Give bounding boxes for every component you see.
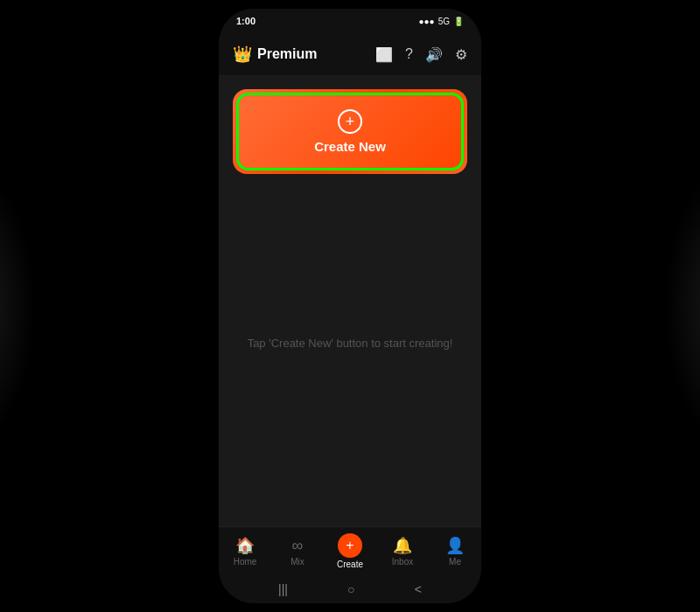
nav-item-inbox[interactable]: 🔔 Inbox [376, 536, 429, 567]
nav-item-mix[interactable]: ∞ Mix [271, 537, 324, 567]
create-nav-icon: + [338, 533, 362, 558]
nav-label-inbox: Inbox [392, 557, 413, 567]
phone-frame: 1:00 ●●● 5G 🔋 👑 Premium ⬜ ? 🔊 ⚙ + [219, 9, 481, 603]
help-icon[interactable]: ? [405, 46, 413, 62]
main-content: + Create New Tap 'Create New' button to … [219, 75, 481, 526]
android-menu-btn[interactable]: ||| [278, 582, 288, 596]
android-back-btn[interactable]: < [415, 582, 422, 596]
nav-label-me: Me [449, 557, 461, 567]
create-new-button[interactable]: + Create New [239, 95, 461, 168]
status-bar: 1:00 ●●● 5G 🔋 [219, 9, 481, 33]
empty-state-text: Tap 'Create New' button to start creatin… [248, 337, 453, 350]
settings-icon[interactable]: ⚙ [455, 46, 467, 63]
nav-item-home[interactable]: 🏠 Home [219, 536, 271, 567]
crown-icon: 👑 [233, 45, 252, 64]
status-time: 1:00 [236, 16, 256, 26]
create-btn-highlight: + Create New [236, 93, 464, 170]
me-icon: 👤 [445, 536, 465, 555]
create-btn-label: Create New [314, 139, 386, 154]
status-network: 5G [438, 17, 450, 26]
status-battery: 🔋 [453, 17, 464, 26]
plus-circle-icon: + [338, 109, 362, 134]
nav-label-mix: Mix [290, 557, 304, 567]
bottom-nav: 🏠 Home ∞ Mix + Create 🔔 Inbox 👤 Me [219, 526, 481, 575]
status-right: ●●● 5G 🔋 [419, 17, 464, 26]
app-header: 👑 Premium ⬜ ? 🔊 ⚙ [219, 33, 481, 75]
home-icon: 🏠 [235, 536, 255, 555]
nav-item-me[interactable]: 👤 Me [429, 536, 481, 567]
inbox-icon: 🔔 [393, 536, 412, 555]
create-btn-wrapper: + Create New [233, 89, 467, 174]
status-signal: ●●● [419, 17, 435, 26]
header-brand: 👑 Premium [233, 45, 317, 64]
volume-icon[interactable]: 🔊 [425, 46, 443, 63]
mix-icon: ∞ [292, 537, 304, 555]
nav-item-create[interactable]: + Create [324, 533, 376, 569]
app-title: Premium [257, 46, 317, 62]
nav-label-home: Home [234, 557, 257, 567]
android-nav-bar: ||| ○ < [219, 575, 481, 603]
android-home-btn[interactable]: ○ [347, 582, 354, 596]
header-actions: ⬜ ? 🔊 ⚙ [375, 46, 467, 63]
nav-label-create: Create [337, 560, 363, 569]
empty-state: Tap 'Create New' button to start creatin… [233, 174, 467, 512]
monitor-icon[interactable]: ⬜ [375, 46, 393, 63]
